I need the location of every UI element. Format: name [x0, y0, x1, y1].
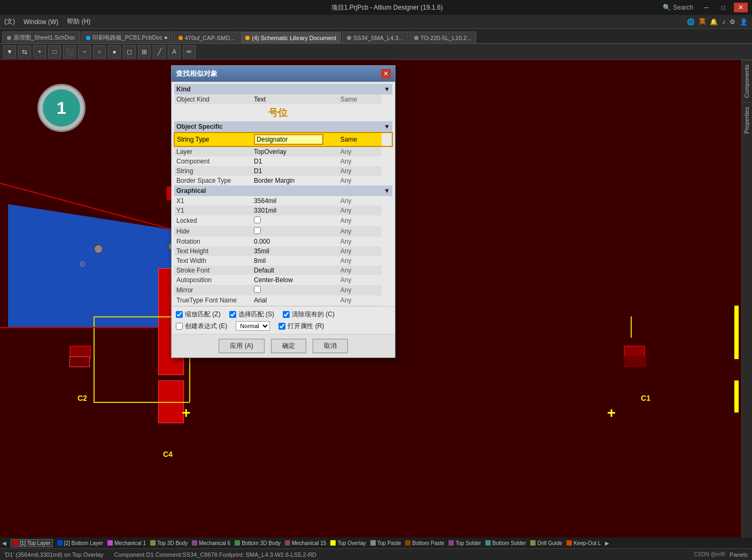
layer-top[interactable]: [1] Top Layer — [11, 539, 53, 547]
layer-mech15[interactable]: Mechanical 15 — [285, 540, 326, 546]
prop-match-rotation: Any — [338, 237, 374, 246]
menu-item-window[interactable]: Window (W) — [24, 18, 58, 26]
layer-topoverlay[interactable]: Top Overlay — [330, 540, 366, 546]
layer-nav-prev[interactable]: ◀ — [2, 540, 6, 546]
tab-label: SS34_SMA_L4.3... — [353, 35, 404, 41]
settings-icon[interactable]: ⚙ — [730, 18, 735, 26]
prop-dd-string-type[interactable] — [374, 133, 382, 146]
toolbar-btn-6[interactable]: ~ — [78, 45, 91, 58]
layer-dot-botsolder — [485, 540, 491, 546]
toolbar-btn-3[interactable]: + — [33, 45, 46, 58]
dialog-scroll-area[interactable]: Kind ▼ Object Kind Text Same 号位 — [172, 82, 395, 306]
toolbar-btn-4[interactable]: □ — [48, 45, 61, 58]
minimize-button[interactable]: ─ — [700, 3, 713, 12]
prop-dropdown-object-kind[interactable] — [374, 95, 382, 104]
prop-dd-truetype[interactable] — [374, 295, 382, 305]
prop-dd-string[interactable] — [374, 166, 382, 176]
prop-dd-mirror[interactable] — [374, 285, 382, 295]
prop-dd-rotation[interactable] — [374, 237, 382, 246]
globe-icon[interactable]: 🌐 — [687, 18, 695, 26]
section-os-collapse[interactable]: ▼ — [382, 121, 392, 133]
lang-en-icon[interactable]: 英 — [699, 17, 706, 26]
prop-dd-text-width[interactable] — [374, 256, 382, 266]
tab-to220[interactable]: TO-220-5L_L10.2... — [409, 32, 477, 43]
layer-mech1[interactable]: Mechanical 1 — [107, 540, 146, 546]
clear-existing-checkbox[interactable] — [283, 311, 290, 318]
toolbar-btn-13[interactable]: ✏ — [183, 45, 196, 58]
maximize-button[interactable]: □ — [717, 3, 730, 12]
prop-dd-text-height[interactable] — [374, 246, 382, 256]
create-expr-checkbox[interactable] — [176, 323, 183, 330]
toolbar-btn-2[interactable]: ⇆ — [18, 45, 31, 58]
layer-toppaste[interactable]: Top Paste — [370, 540, 401, 546]
tab-ss34[interactable]: SS34_SMA_L4.3... — [342, 32, 408, 43]
status-left: 'D1' (3564mil,3301mil) on Top Overlay — [4, 551, 104, 558]
tab-cap[interactable]: 470uf_CAP-SMD... — [174, 32, 240, 43]
row-locked: Locked Any — [174, 215, 392, 226]
menu-item-file[interactable]: (文) — [4, 17, 15, 26]
audio-icon[interactable]: ♪ — [722, 18, 725, 26]
cancel-button[interactable]: 取消 — [313, 339, 348, 353]
toolbar-btn-10[interactable]: ⊞ — [138, 45, 151, 58]
layer-botpaste[interactable]: Bottom Paste — [405, 540, 444, 546]
find-similar-dialog[interactable]: 查找相似对象 ✕ — [171, 65, 396, 358]
ok-button[interactable]: 确定 — [271, 339, 306, 353]
dialog-title-bar[interactable]: 查找相似对象 ✕ — [172, 66, 395, 82]
layer-bottom[interactable]: [2] Bottom Layer — [57, 540, 103, 546]
tab-schlib[interactable]: (4) Schematic Library Document — [241, 32, 341, 43]
menu-item-help[interactable]: 帮助 (H) — [67, 17, 90, 26]
prop-dd-autoposition[interactable] — [374, 275, 382, 285]
prop-dd-layer[interactable] — [374, 146, 382, 157]
layer-mech6[interactable]: Mechanical 6 — [192, 540, 230, 546]
prop-dd-locked[interactable] — [374, 215, 382, 226]
canvas-area[interactable]: 1 2 GND 1 NetD1_1 ⊞⊡⊡⊡ C2 C4 2：GND 1：+5V — [0, 60, 741, 538]
toolbar-btn-1[interactable]: ▼ — [3, 45, 16, 58]
prop-dd-hide[interactable] — [374, 226, 382, 237]
mirror-checkbox[interactable] — [254, 286, 261, 293]
hide-checkbox[interactable] — [254, 227, 261, 234]
close-button[interactable]: ✕ — [734, 3, 748, 12]
notification-icon[interactable]: 🔔 — [710, 18, 718, 26]
toolbar-btn-8[interactable]: ● — [108, 45, 121, 58]
user-icon[interactable]: 👤 — [740, 18, 748, 26]
prop-dd-border-space[interactable] — [374, 176, 382, 185]
layer-botsolder[interactable]: Bottom Solder — [485, 540, 526, 546]
layer-nav-next[interactable]: ▶ — [605, 540, 609, 546]
layer-drillguide[interactable]: Drill Guide — [530, 540, 562, 546]
apply-button[interactable]: 应用 (A) — [219, 339, 264, 353]
section-graphical-collapse[interactable]: ▼ — [382, 185, 392, 196]
yellow-cross-left: + — [182, 405, 190, 422]
toolbar-btn-5[interactable]: ⬛ — [63, 45, 76, 58]
layer-keepout[interactable]: Keep-Out L — [567, 540, 601, 546]
select-match-checkbox[interactable] — [229, 311, 236, 318]
search-area[interactable]: 🔍 Search — [663, 4, 693, 11]
zoom-match-label: 缩放匹配 (Z) — [185, 310, 221, 319]
open-properties-checkbox[interactable] — [278, 323, 285, 330]
prop-dd-stroke-font[interactable] — [374, 266, 382, 275]
prop-dd-y1[interactable] — [374, 206, 382, 215]
layer-dot-mech1 — [107, 540, 113, 546]
window-controls[interactable]: ─ □ ✕ — [700, 3, 748, 12]
toolbar-btn-7[interactable]: ○ — [93, 45, 106, 58]
prop-dd-component[interactable] — [374, 157, 382, 166]
section-collapse-icon[interactable]: ▼ — [382, 84, 392, 95]
string-type-input[interactable] — [254, 134, 323, 145]
normal-dropdown[interactable]: Normal — [236, 321, 270, 331]
panels-button[interactable]: Panels — [730, 551, 748, 558]
toolbar-btn-12[interactable]: A — [168, 45, 181, 58]
tab-pcb[interactable]: 印刷电路板_PCB1.PcbDoc ● — [81, 32, 173, 43]
layer-top3d[interactable]: Top 3D Body — [150, 540, 188, 546]
layer-bot3d[interactable]: Bottom 3D Body — [235, 540, 281, 546]
locked-checkbox[interactable] — [254, 216, 261, 223]
layer-topsolder[interactable]: Top Solder — [448, 540, 481, 546]
right-tab-properties[interactable]: Properties — [742, 102, 752, 138]
prop-dd-x1[interactable] — [374, 196, 382, 206]
toolbar-btn-11[interactable]: ╱ — [153, 45, 166, 58]
dialog-buttons: 应用 (A) 确定 取消 — [172, 334, 395, 357]
toolbar-btn-9[interactable]: ◻ — [123, 45, 136, 58]
dialog-close-button[interactable]: ✕ — [381, 69, 391, 79]
right-tab-components[interactable]: Components — [742, 60, 752, 102]
layer-label-bottom: [2] Bottom Layer — [64, 540, 103, 546]
tab-schematic[interactable]: 原理图_Sheet1.SchDoc — [2, 32, 80, 43]
zoom-match-checkbox[interactable] — [176, 311, 183, 318]
